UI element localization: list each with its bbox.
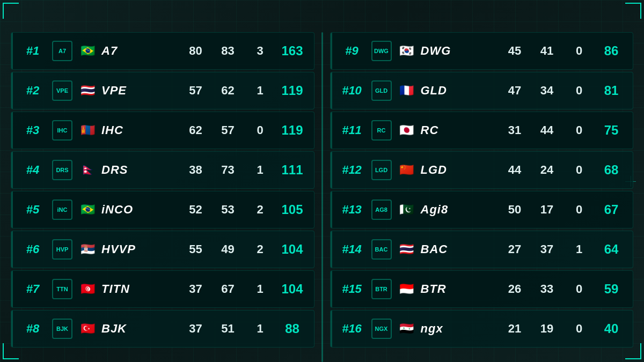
team-flag: 🇵🇰 bbox=[397, 203, 416, 216]
team-elims: 27 bbox=[499, 242, 531, 256]
table-row: #4 DRS 🇳🇵 DRS 38 73 1 111 bbox=[11, 151, 314, 189]
team-name: TITN bbox=[101, 282, 180, 296]
team-rank: #7 bbox=[17, 282, 49, 296]
logo-shape: IHC bbox=[52, 120, 72, 141]
team-total: 111 bbox=[276, 162, 309, 178]
team-name: RC bbox=[421, 123, 499, 137]
team-logo: TTN bbox=[49, 276, 76, 302]
table-row: #8 BJK 🇹🇷 BJK 37 51 1 88 bbox=[11, 310, 314, 348]
team-rankpoints: 34 bbox=[531, 84, 563, 98]
right-header bbox=[326, 0, 628, 32]
team-rankpoints: 83 bbox=[212, 44, 244, 58]
team-total: 105 bbox=[276, 202, 309, 217]
team-flag: 🇹🇳 bbox=[78, 283, 97, 295]
team-wwcd: 0 bbox=[563, 123, 595, 137]
logo-shape: BTR bbox=[371, 279, 392, 299]
team-total: 119 bbox=[276, 83, 309, 98]
team-logo: VPE bbox=[49, 77, 76, 104]
table-row: #14 BAC 🇹🇭 BAC 27 37 1 64 bbox=[330, 231, 634, 268]
team-name: BJK bbox=[101, 322, 180, 336]
team-flag: 🇫🇷 bbox=[397, 84, 416, 97]
team-logo: NGX bbox=[368, 315, 395, 342]
team-rank: #2 bbox=[17, 84, 49, 98]
team-elims: 37 bbox=[180, 322, 212, 336]
team-flag: 🇧🇷 bbox=[78, 203, 97, 216]
logo-shape: iNC bbox=[52, 200, 72, 220]
logo-shape: HVP bbox=[52, 239, 72, 260]
team-rankpoints: 51 bbox=[212, 322, 244, 336]
team-flag: 🇹🇭 bbox=[78, 84, 97, 97]
team-rank: #12 bbox=[336, 163, 368, 177]
team-wwcd: 1 bbox=[244, 84, 276, 98]
team-elims: 55 bbox=[180, 242, 212, 256]
team-rank: #15 bbox=[336, 282, 368, 296]
team-flag: 🇨🇳 bbox=[397, 164, 416, 176]
team-wwcd: 1 bbox=[244, 282, 276, 296]
team-logo: DWG bbox=[368, 38, 395, 64]
team-elims: 44 bbox=[499, 163, 531, 177]
table-row: #2 VPE 🇹🇭 VPE 57 62 1 119 bbox=[11, 72, 314, 109]
team-rank: #13 bbox=[336, 203, 368, 217]
team-flag: 🇹🇷 bbox=[78, 322, 97, 335]
team-logo: BJK bbox=[49, 315, 76, 342]
team-elims: 38 bbox=[180, 163, 212, 177]
logo-shape: AG8 bbox=[371, 200, 392, 220]
team-elims: 80 bbox=[180, 44, 212, 58]
team-rankpoints: 41 bbox=[531, 44, 563, 58]
table-row: #12 LGD 🇨🇳 LGD 44 24 0 68 bbox=[330, 151, 634, 189]
table-row: #10 GLD 🇫🇷 GLD 47 34 0 81 bbox=[330, 72, 634, 109]
logo-shape: RC bbox=[371, 120, 392, 141]
main-container: #1 A7 🇧🇷 A7 80 83 3 163 #2 VPE 🇹🇭 VPE 57… bbox=[0, 0, 644, 362]
team-name: A7 bbox=[101, 44, 180, 58]
table-row: #16 NGX 🇸🇾 ngx 21 19 0 40 bbox=[330, 310, 634, 348]
table-row: #3 IHC 🇲🇳 IHC 62 57 0 119 bbox=[11, 112, 314, 149]
team-logo: LGD bbox=[368, 157, 395, 183]
team-rank: #16 bbox=[336, 322, 368, 336]
team-rankpoints: 17 bbox=[531, 203, 563, 217]
team-rank: #6 bbox=[17, 242, 49, 256]
table-row: #15 BTR 🇮🇩 BTR 26 33 0 59 bbox=[330, 270, 634, 308]
team-wwcd: 2 bbox=[244, 242, 276, 256]
team-total: 59 bbox=[595, 282, 627, 297]
team-logo: HVP bbox=[49, 236, 76, 263]
header-row bbox=[11, 0, 633, 32]
team-name: GLD bbox=[421, 84, 499, 98]
logo-shape: NGX bbox=[371, 319, 392, 339]
team-flag: 🇲🇳 bbox=[78, 124, 97, 137]
left-table: #1 A7 🇧🇷 A7 80 83 3 163 #2 VPE 🇹🇭 VPE 57… bbox=[11, 32, 314, 362]
team-rank: #14 bbox=[336, 242, 368, 256]
team-elims: 50 bbox=[499, 203, 531, 217]
team-total: 64 bbox=[595, 242, 627, 257]
logo-shape: VPE bbox=[52, 80, 72, 101]
team-logo: AG8 bbox=[368, 196, 395, 223]
team-rankpoints: 73 bbox=[212, 163, 244, 177]
logo-shape: TTN bbox=[52, 279, 72, 299]
table-row: #13 AG8 🇵🇰 Agi8 50 17 0 67 bbox=[330, 191, 634, 228]
team-elims: 62 bbox=[180, 123, 212, 137]
team-wwcd: 1 bbox=[244, 322, 276, 336]
team-name: BAC bbox=[421, 242, 499, 256]
team-rankpoints: 19 bbox=[531, 322, 563, 336]
team-total: 75 bbox=[595, 123, 627, 138]
team-elims: 47 bbox=[499, 84, 531, 98]
team-total: 119 bbox=[276, 123, 309, 138]
team-wwcd: 0 bbox=[563, 44, 595, 58]
team-total: 104 bbox=[276, 242, 309, 257]
team-flag: 🇷🇸 bbox=[78, 243, 97, 256]
logo-shape: DWG bbox=[371, 41, 392, 61]
team-rank: #9 bbox=[336, 44, 368, 58]
team-wwcd: 1 bbox=[244, 163, 276, 177]
logo-shape: BJK bbox=[52, 319, 72, 339]
team-elims: 26 bbox=[499, 282, 531, 296]
team-flag: 🇮🇩 bbox=[397, 283, 416, 295]
team-rankpoints: 57 bbox=[212, 123, 244, 137]
team-wwcd: 0 bbox=[563, 163, 595, 177]
right-table: #9 DWG 🇰🇷 DWG 45 41 0 86 #10 GLD 🇫🇷 GLD … bbox=[330, 32, 634, 362]
team-rank: #11 bbox=[336, 123, 368, 137]
team-elims: 52 bbox=[180, 203, 212, 217]
table-row: #9 DWG 🇰🇷 DWG 45 41 0 86 bbox=[330, 32, 634, 70]
team-total: 40 bbox=[595, 321, 627, 336]
team-logo: BAC bbox=[368, 236, 395, 263]
content-area: #1 A7 🇧🇷 A7 80 83 3 163 #2 VPE 🇹🇭 VPE 57… bbox=[11, 32, 633, 362]
team-total: 67 bbox=[595, 202, 627, 217]
